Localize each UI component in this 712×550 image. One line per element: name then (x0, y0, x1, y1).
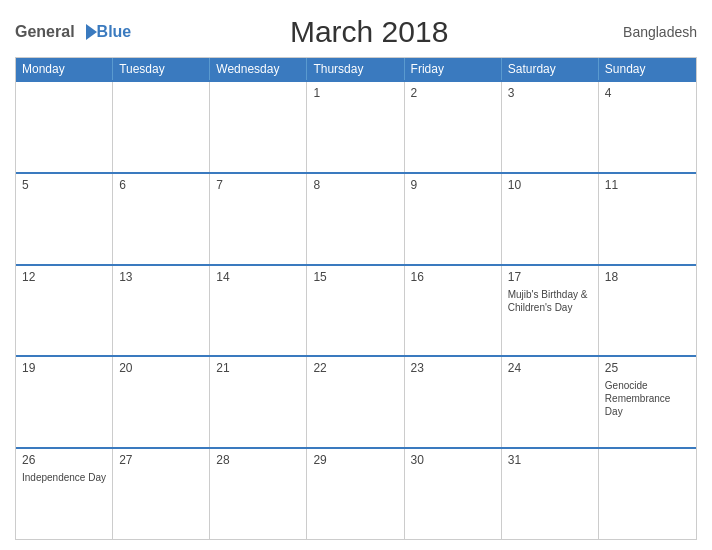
week-row-2: 567891011 (16, 172, 696, 264)
day-number: 12 (22, 270, 106, 284)
day-event: Mujib's Birthday & Children's Day (508, 288, 592, 314)
day-header-thursday: Thursday (307, 58, 404, 80)
day-number: 7 (216, 178, 300, 192)
day-number: 16 (411, 270, 495, 284)
logo: General Blue (15, 23, 131, 41)
week-row-4: 19202122232425Genocide Remembrance Day (16, 355, 696, 447)
calendar-page: General Blue March 2018 Bangladesh Monda… (0, 0, 712, 550)
day-cell: 15 (307, 266, 404, 356)
day-cell: 28 (210, 449, 307, 539)
calendar-title: March 2018 (131, 15, 607, 49)
day-cell: 20 (113, 357, 210, 447)
day-number: 14 (216, 270, 300, 284)
day-cell: 7 (210, 174, 307, 264)
country-label: Bangladesh (607, 24, 697, 40)
day-cell: 16 (405, 266, 502, 356)
logo-blue: Blue (97, 23, 132, 41)
logo-general: General (15, 23, 75, 41)
day-cell: 1 (307, 82, 404, 172)
day-number: 15 (313, 270, 397, 284)
day-cell (599, 449, 696, 539)
day-header-tuesday: Tuesday (113, 58, 210, 80)
day-number: 31 (508, 453, 592, 467)
week-row-5: 26Independence Day2728293031 (16, 447, 696, 539)
day-cell (16, 82, 113, 172)
day-cell: 14 (210, 266, 307, 356)
day-cell: 21 (210, 357, 307, 447)
day-header-wednesday: Wednesday (210, 58, 307, 80)
day-number: 23 (411, 361, 495, 375)
day-number: 9 (411, 178, 495, 192)
day-cell: 10 (502, 174, 599, 264)
day-cell: 17Mujib's Birthday & Children's Day (502, 266, 599, 356)
day-cell: 18 (599, 266, 696, 356)
day-cell: 22 (307, 357, 404, 447)
day-number: 26 (22, 453, 106, 467)
day-number: 5 (22, 178, 106, 192)
day-cell: 27 (113, 449, 210, 539)
day-cell: 5 (16, 174, 113, 264)
day-number: 27 (119, 453, 203, 467)
day-cell: 24 (502, 357, 599, 447)
logo-flag-icon (75, 24, 97, 40)
day-event: Independence Day (22, 471, 106, 484)
day-cell: 23 (405, 357, 502, 447)
day-event: Genocide Remembrance Day (605, 379, 690, 418)
day-number: 24 (508, 361, 592, 375)
day-number: 29 (313, 453, 397, 467)
week-row-3: 121314151617Mujib's Birthday & Children'… (16, 264, 696, 356)
calendar-grid: MondayTuesdayWednesdayThursdayFridaySatu… (15, 57, 697, 540)
day-number: 25 (605, 361, 690, 375)
day-cell: 12 (16, 266, 113, 356)
day-cell: 8 (307, 174, 404, 264)
day-header-monday: Monday (16, 58, 113, 80)
day-cell: 13 (113, 266, 210, 356)
day-cell: 2 (405, 82, 502, 172)
day-cell: 29 (307, 449, 404, 539)
day-number: 20 (119, 361, 203, 375)
day-cell: 31 (502, 449, 599, 539)
day-cell (210, 82, 307, 172)
day-cell: 30 (405, 449, 502, 539)
day-number: 30 (411, 453, 495, 467)
day-cell: 25Genocide Remembrance Day (599, 357, 696, 447)
day-number: 6 (119, 178, 203, 192)
day-cell: 9 (405, 174, 502, 264)
day-number: 28 (216, 453, 300, 467)
day-number: 22 (313, 361, 397, 375)
day-number: 17 (508, 270, 592, 284)
svg-marker-0 (86, 24, 97, 40)
day-cell: 26Independence Day (16, 449, 113, 539)
week-row-1: 1234 (16, 80, 696, 172)
day-number: 8 (313, 178, 397, 192)
day-number: 18 (605, 270, 690, 284)
day-header-sunday: Sunday (599, 58, 696, 80)
day-cell: 3 (502, 82, 599, 172)
day-number: 4 (605, 86, 690, 100)
day-header-saturday: Saturday (502, 58, 599, 80)
day-number: 11 (605, 178, 690, 192)
day-cell: 11 (599, 174, 696, 264)
header: General Blue March 2018 Bangladesh (15, 10, 697, 57)
day-number: 1 (313, 86, 397, 100)
weeks-container: 1234567891011121314151617Mujib's Birthda… (16, 80, 696, 539)
day-number: 2 (411, 86, 495, 100)
day-cell (113, 82, 210, 172)
day-cell: 19 (16, 357, 113, 447)
day-cell: 6 (113, 174, 210, 264)
day-number: 19 (22, 361, 106, 375)
day-number: 10 (508, 178, 592, 192)
day-header-friday: Friday (405, 58, 502, 80)
day-cell: 4 (599, 82, 696, 172)
day-number: 3 (508, 86, 592, 100)
day-headers-row: MondayTuesdayWednesdayThursdayFridaySatu… (16, 58, 696, 80)
day-number: 21 (216, 361, 300, 375)
day-number: 13 (119, 270, 203, 284)
